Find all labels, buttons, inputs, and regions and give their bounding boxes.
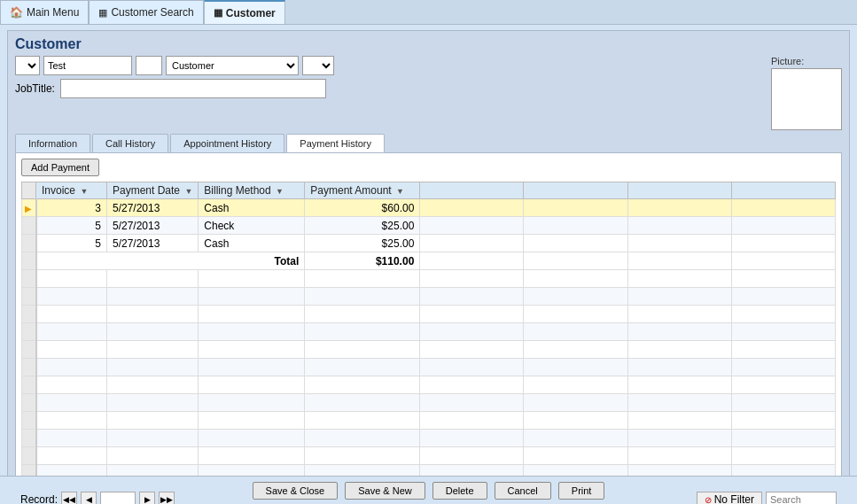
tab-customer[interactable]: ▦ Customer	[204, 0, 285, 24]
th-invoice-label: Invoice	[42, 184, 75, 197]
sort-invoice-icon: ▼	[80, 187, 88, 196]
cell-empty2	[524, 235, 627, 252]
name-row: Customer	[15, 56, 771, 75]
save-new-button[interactable]: Save & New	[345, 482, 425, 500]
tab-appointment-history[interactable]: Appointment History	[170, 134, 284, 152]
tab-call-history[interactable]: Call History	[92, 134, 168, 152]
jobtitle-input[interactable]	[60, 79, 326, 98]
nav-first-button[interactable]: ◀◀	[61, 492, 77, 504]
delete-button[interactable]: Delete	[432, 482, 487, 500]
empty-cell7	[627, 288, 731, 306]
cell-date: 5/27/2013	[107, 199, 199, 217]
empty-cell7	[627, 306, 731, 323]
suffix-select[interactable]	[302, 56, 334, 75]
cell-empty2	[524, 217, 627, 235]
separator-input[interactable]	[136, 56, 162, 75]
tab-main-menu[interactable]: 🏠 Main Menu	[0, 0, 89, 24]
empty-cell1	[36, 288, 107, 306]
empty-indicator	[22, 447, 36, 465]
tab-customer-search[interactable]: ▦ Customer Search	[89, 0, 203, 24]
empty-cell6	[524, 394, 627, 412]
cancel-button[interactable]: Cancel	[495, 482, 551, 500]
customer-top-section: Customer JobTitle: Picture:	[15, 56, 842, 130]
empty-cell1	[36, 323, 107, 341]
cell-empty3	[627, 235, 731, 252]
empty-row	[22, 306, 836, 323]
empty-cell8	[731, 376, 835, 394]
empty-cell8	[731, 323, 835, 341]
empty-cell4	[305, 430, 420, 447]
picture-box	[771, 68, 842, 130]
empty-indicator	[22, 270, 36, 288]
empty-cell6	[524, 359, 627, 376]
empty-row	[22, 359, 836, 376]
tab-information[interactable]: Information	[15, 134, 90, 152]
empty-cell1	[36, 394, 107, 412]
total-amount: $110.00	[305, 252, 420, 270]
jobtitle-row: JobTitle:	[15, 79, 771, 98]
empty-cell2	[107, 359, 199, 376]
empty-cell3	[199, 306, 305, 323]
cell-invoice: 3	[36, 199, 107, 217]
empty-cell8	[731, 430, 835, 447]
print-button[interactable]: Print	[558, 482, 605, 500]
empty-cell1	[36, 359, 107, 376]
empty-cell4	[305, 306, 420, 323]
empty-cell5	[420, 447, 524, 465]
empty-cell3	[199, 288, 305, 306]
empty-cell4	[305, 447, 420, 465]
empty-cell6	[524, 430, 627, 447]
empty-indicator	[22, 323, 36, 341]
total-empty2	[524, 252, 627, 270]
empty-row	[22, 270, 836, 288]
empty-cell4	[305, 376, 420, 394]
empty-cell8	[731, 359, 835, 376]
add-payment-button[interactable]: Add Payment	[21, 159, 99, 176]
last-name-select[interactable]: Customer	[166, 56, 299, 75]
empty-indicator	[22, 394, 36, 412]
empty-cell3	[199, 270, 305, 288]
tab-payment-history[interactable]: Payment History	[286, 134, 385, 152]
nav-prev-button[interactable]: ◀	[81, 492, 97, 504]
record-number-input[interactable]	[100, 492, 136, 504]
first-name-input[interactable]	[43, 56, 132, 75]
empty-row	[22, 323, 836, 341]
empty-indicator	[22, 359, 36, 376]
table-row[interactable]: 5 5/27/2013 Cash $25.00	[22, 235, 836, 252]
th-indicator	[22, 182, 36, 199]
empty-cell5	[420, 412, 524, 430]
th-payment-amount[interactable]: Payment Amount ▼	[305, 182, 420, 199]
th-empty3	[627, 182, 731, 199]
th-empty4	[731, 182, 835, 199]
prefix-select[interactable]	[15, 56, 40, 75]
empty-cell3	[199, 323, 305, 341]
empty-cell7	[627, 376, 731, 394]
empty-indicator	[22, 430, 36, 447]
empty-cell5	[420, 376, 524, 394]
cell-empty1	[420, 235, 524, 252]
empty-row	[22, 412, 836, 430]
search-input[interactable]	[766, 492, 837, 504]
nav-next-button[interactable]: ▶	[139, 492, 155, 504]
empty-cell8	[731, 288, 835, 306]
empty-cell1	[36, 430, 107, 447]
th-invoice[interactable]: Invoice ▼	[36, 182, 107, 199]
save-close-button[interactable]: Save & Close	[253, 482, 339, 500]
th-payment-date[interactable]: Payment Date ▼	[107, 182, 199, 199]
empty-cell6	[524, 376, 627, 394]
table-row[interactable]: 5 5/27/2013 Check $25.00	[22, 217, 836, 235]
empty-cell7	[627, 412, 731, 430]
table-row[interactable]: ▶ 3 5/27/2013 Cash $60.00	[22, 199, 836, 217]
tabs-row: Information Call History Appointment His…	[15, 134, 842, 152]
th-billing-method[interactable]: Billing Method ▼	[199, 182, 305, 199]
empty-indicator	[22, 376, 36, 394]
nav-last-button[interactable]: ▶▶	[159, 492, 175, 504]
empty-indicator	[22, 288, 36, 306]
empty-cell5	[420, 306, 524, 323]
th-billing-method-label: Billing Method	[204, 184, 270, 197]
total-empty4	[731, 252, 835, 270]
no-filter-button[interactable]: ⊘ No Filter	[697, 492, 762, 504]
empty-cell2	[107, 323, 199, 341]
empty-cell3	[199, 412, 305, 430]
row-indicator	[22, 217, 36, 235]
